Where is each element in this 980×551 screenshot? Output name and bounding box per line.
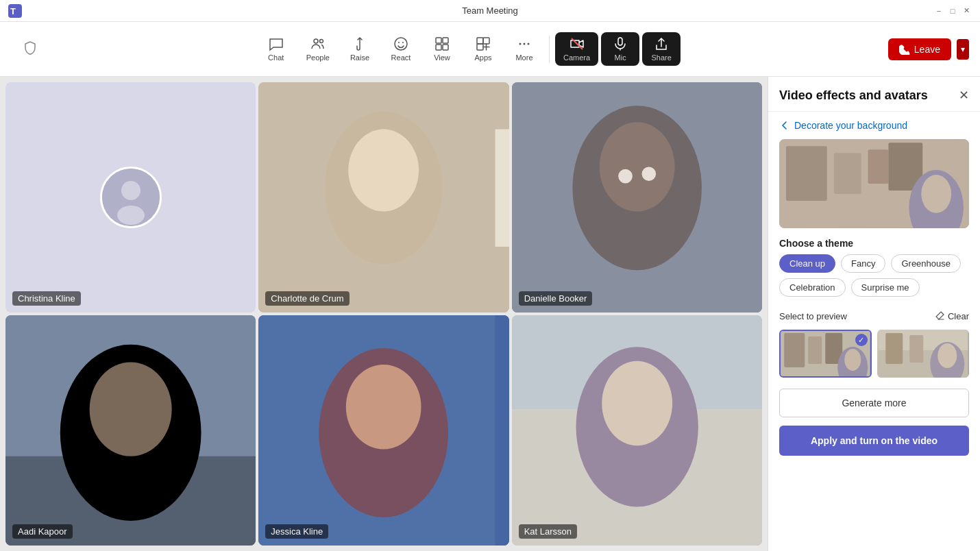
svg-point-50 — [921, 175, 951, 213]
svg-rect-53 — [808, 336, 822, 364]
video-cell-kat: Kat Larsson — [512, 315, 762, 546]
panel-header: Video effects and avatars ✕ — [768, 77, 980, 112]
select-preview-row: Select to preview Clear — [768, 305, 980, 327]
leave-label: Leave — [914, 44, 940, 55]
svg-point-30 — [618, 169, 633, 184]
avatar-christina — [100, 167, 162, 228]
svg-point-26 — [349, 130, 419, 212]
video-bg-kat — [512, 315, 762, 546]
video-bg-aadi — [5, 315, 256, 546]
svg-rect-45 — [786, 146, 827, 201]
svg-text:T: T — [10, 6, 16, 16]
maximize-button[interactable]: □ — [947, 5, 958, 16]
video-bg-danielle — [512, 82, 762, 313]
clear-button[interactable]: Clear — [934, 310, 969, 321]
title-bar-controls: − □ ✕ — [933, 5, 972, 16]
bg-thumb-1[interactable]: ✓ — [779, 330, 872, 378]
panel-close-button[interactable]: ✕ — [959, 88, 969, 103]
leave-button[interactable]: Leave — [888, 38, 951, 60]
svg-point-20 — [121, 181, 140, 200]
svg-point-43 — [602, 361, 672, 445]
video-bg-charlotte — [258, 82, 509, 313]
bg-thumb-2[interactable] — [877, 330, 970, 378]
background-thumbnails: ✓ — [768, 327, 980, 389]
svg-point-62 — [938, 343, 957, 368]
svg-rect-12 — [483, 38, 489, 44]
svg-point-3 — [319, 40, 323, 43]
svg-rect-13 — [477, 44, 483, 50]
eraser-icon — [934, 310, 945, 321]
back-label: Decorate your background — [794, 120, 907, 131]
toolbar-more[interactable]: More — [505, 32, 543, 66]
participant-name-jessica: Jessica Kline — [265, 524, 328, 539]
theme-surpriseme[interactable]: Surprise me — [851, 278, 920, 297]
preview-bg — [779, 139, 969, 228]
video-cell-charlotte: Charlotte de Crum — [258, 82, 509, 313]
theme-greenhouse[interactable]: Greenhouse — [891, 254, 961, 273]
more-icon — [517, 36, 532, 51]
shield-icon — [11, 36, 49, 62]
minimize-button[interactable]: − — [933, 5, 944, 16]
svg-rect-59 — [885, 333, 903, 364]
close-button[interactable]: ✕ — [961, 5, 972, 16]
participant-name-christina: Christina Kline — [12, 291, 81, 306]
chevron-left-icon — [779, 120, 790, 131]
toolbar-mic[interactable]: Mic — [601, 32, 639, 66]
main-content: Christina Kline Charlotte de Crum Dani — [0, 77, 980, 551]
toolbar-camera[interactable]: Camera — [555, 32, 598, 66]
people-label: People — [306, 53, 330, 62]
more-label: More — [515, 53, 532, 62]
svg-rect-37 — [495, 315, 509, 546]
toolbar-view[interactable]: View — [423, 32, 461, 66]
svg-rect-46 — [834, 153, 861, 194]
participant-name-aadi: Aadi Kapoor — [12, 524, 73, 539]
raise-icon — [352, 36, 367, 51]
theme-cleanup[interactable]: Clean up — [779, 254, 835, 273]
chat-icon — [269, 36, 284, 51]
react-icon — [393, 36, 408, 51]
toolbar-react[interactable]: React — [382, 32, 420, 66]
toolbar-center: Chat People Raise React — [257, 32, 681, 66]
panel-title: Video effects and avatars — [779, 88, 928, 103]
view-label: View — [434, 53, 450, 62]
toolbar-apps[interactable]: Apps — [464, 32, 502, 66]
theme-celebration[interactable]: Celebration — [779, 278, 846, 297]
svg-point-31 — [641, 167, 656, 181]
teams-logo-icon: T — [8, 4, 22, 18]
panel-back[interactable]: Decorate your background — [768, 112, 980, 139]
svg-point-2 — [314, 39, 318, 43]
svg-rect-47 — [868, 149, 889, 184]
theme-tags: Clean up Fancy Greenhouse Celebration Su… — [768, 254, 980, 305]
participant-name-charlotte: Charlotte de Crum — [265, 291, 349, 306]
svg-rect-23 — [495, 130, 509, 247]
toolbar-share[interactable]: Share — [642, 32, 681, 66]
leave-dropdown-button[interactable]: ▾ — [957, 39, 969, 60]
toolbar-chat[interactable]: Chat — [257, 32, 295, 66]
video-cell-danielle: Danielle Booker — [512, 82, 762, 313]
preview-image — [779, 139, 969, 228]
title-bar: T Team Meeting − □ ✕ — [0, 0, 980, 22]
side-panel: Video effects and avatars ✕ Decorate you… — [768, 77, 980, 551]
apply-button[interactable]: Apply and turn on the video — [779, 426, 969, 456]
svg-point-34 — [90, 363, 172, 456]
people-icon — [310, 36, 326, 51]
generate-more-button[interactable]: Generate more — [779, 389, 969, 417]
title-bar-title: Team Meeting — [462, 5, 518, 16]
toolbar-people[interactable]: People — [298, 32, 338, 66]
svg-point-6 — [402, 42, 404, 43]
svg-point-4 — [395, 38, 407, 50]
view-icon — [434, 36, 450, 51]
react-label: React — [391, 53, 411, 62]
mic-icon — [613, 36, 628, 51]
toolbar-left — [11, 36, 49, 62]
raise-label: Raise — [350, 53, 369, 62]
svg-rect-60 — [909, 335, 923, 363]
mic-label: Mic — [615, 53, 626, 62]
theme-fancy[interactable]: Fancy — [841, 254, 885, 273]
toolbar-raise[interactable]: Raise — [341, 32, 379, 66]
video-bg-jessica — [258, 315, 509, 546]
video-cell-aadi: Aadi Kapoor — [5, 315, 256, 546]
svg-point-21 — [117, 206, 145, 225]
apps-icon — [476, 36, 491, 51]
svg-point-56 — [844, 349, 861, 371]
